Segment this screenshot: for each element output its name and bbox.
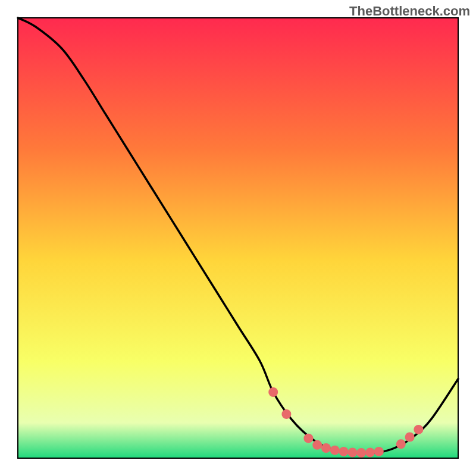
watermark-label: TheBottleneck.com	[349, 4, 470, 19]
data-point-marker	[414, 425, 423, 434]
chart-container: TheBottleneck.com	[0, 0, 476, 476]
data-point-marker	[303, 434, 313, 443]
plot-background	[18, 18, 458, 458]
data-point-marker	[339, 447, 349, 456]
data-point-marker	[347, 447, 357, 457]
data-point-marker	[268, 387, 278, 397]
chart-svg	[0, 0, 476, 476]
data-point-marker	[281, 409, 291, 419]
data-point-marker	[374, 447, 384, 456]
data-point-marker	[396, 439, 406, 449]
data-point-marker	[312, 440, 322, 450]
data-point-marker	[405, 432, 415, 441]
data-point-marker	[365, 447, 375, 457]
data-point-marker	[330, 446, 340, 455]
data-point-marker	[356, 448, 366, 458]
data-point-marker	[321, 443, 331, 453]
